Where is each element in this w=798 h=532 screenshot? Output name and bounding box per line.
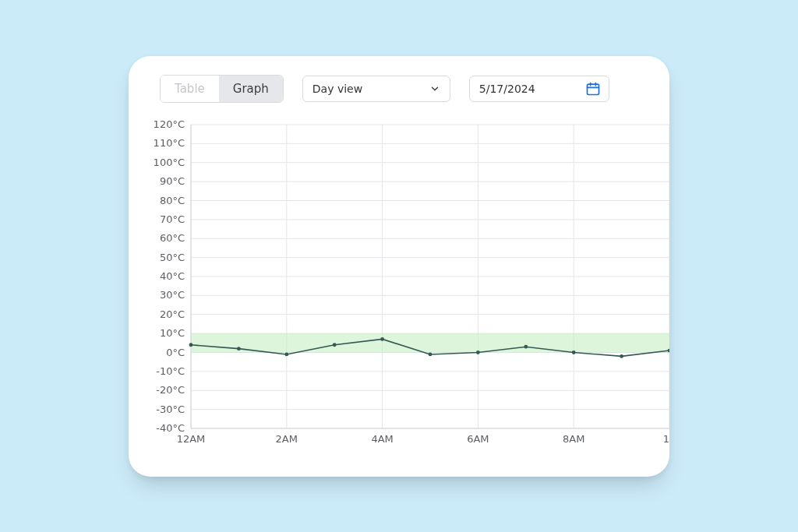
svg-text:30°C: 30°C [160,289,185,301]
svg-text:80°C: 80°C [160,195,185,206]
view-select[interactable]: Day view [302,76,450,102]
svg-text:4AM: 4AM [371,433,393,445]
tab-table[interactable]: Table [161,76,219,102]
svg-text:2AM: 2AM [276,433,298,445]
view-toggle: Table Graph [160,75,284,103]
svg-text:100°C: 100°C [154,157,185,168]
date-picker[interactable]: 5/17/2024 [469,76,609,102]
svg-point-53 [476,351,480,354]
tab-graph[interactable]: Graph [219,76,283,102]
svg-text:20°C: 20°C [160,308,185,320]
svg-text:40°C: 40°C [160,270,185,282]
svg-point-55 [572,351,576,354]
line-chart: -40°C-30°C-20°C-10°C0°C10°C20°C30°C40°C5… [129,118,669,453]
svg-point-48 [237,347,241,351]
svg-text:110°C: 110°C [154,137,185,149]
svg-point-50 [333,343,337,347]
svg-text:10: 10 [663,433,669,445]
chart-card: Table Graph Day view 5/17/2024 -40°C-30°… [129,56,669,477]
svg-text:0°C: 0°C [166,347,185,358]
svg-rect-44 [191,333,669,352]
svg-text:120°C: 120°C [154,118,185,130]
svg-point-49 [284,353,288,357]
svg-text:12AM: 12AM [177,433,206,445]
svg-text:-40°C: -40°C [156,422,185,434]
svg-text:-20°C: -20°C [156,384,185,396]
chevron-down-icon [429,83,440,94]
svg-point-52 [429,353,433,357]
chart-area: -40°C-30°C-20°C-10°C0°C10°C20°C30°C40°C5… [129,118,669,453]
svg-point-54 [524,345,528,349]
svg-text:10°C: 10°C [160,327,185,339]
svg-text:-30°C: -30°C [156,403,185,415]
calendar-icon [585,81,601,97]
toolbar: Table Graph Day view 5/17/2024 [129,56,669,103]
svg-text:-10°C: -10°C [156,365,185,377]
view-select-label: Day view [312,83,429,95]
svg-text:50°C: 50°C [160,252,185,263]
svg-text:70°C: 70°C [160,213,185,225]
svg-text:90°C: 90°C [160,175,185,187]
svg-point-51 [380,337,384,341]
svg-text:60°C: 60°C [160,232,185,244]
svg-point-56 [620,354,623,358]
date-text: 5/17/2024 [479,83,585,95]
svg-rect-0 [587,84,598,94]
svg-text:8AM: 8AM [563,433,584,445]
svg-text:6AM: 6AM [467,433,489,445]
svg-point-47 [189,343,193,347]
